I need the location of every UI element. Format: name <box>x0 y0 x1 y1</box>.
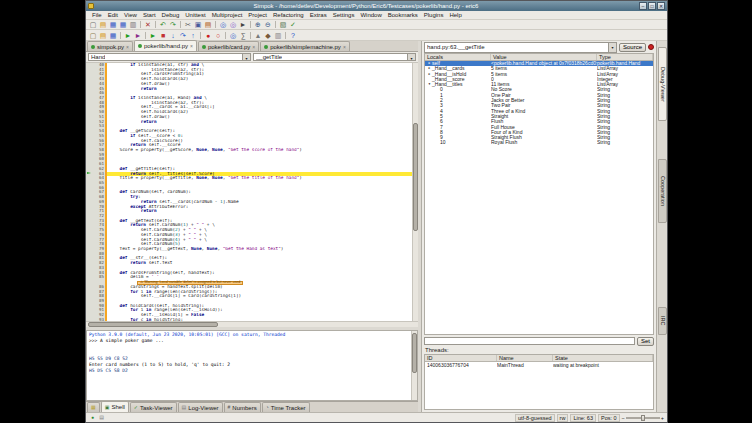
close-button[interactable]: ✕ <box>657 2 665 10</box>
code-area[interactable]: 40 if isinstance(a1, str) and \41 isinst… <box>86 63 412 321</box>
menu-edit[interactable]: Edit <box>105 12 121 18</box>
profile-icon[interactable]: ◆ <box>264 31 273 40</box>
side-tab-debug-viewer[interactable]: Debug-Viewer <box>658 47 667 121</box>
bottom-tab-task-viewer[interactable]: ✓Task-Viewer <box>130 402 177 412</box>
menu-file[interactable]: File <box>89 12 105 18</box>
shell-panel[interactable]: Python 3.9.0 (default, Jun 23 2020, 10:0… <box>86 330 418 401</box>
scrollbar-thumb[interactable] <box>413 123 418 231</box>
goto-icon[interactable]: ► <box>239 20 248 29</box>
menu-help[interactable]: Help <box>446 12 464 18</box>
zoom-in-icon[interactable]: + <box>661 415 664 421</box>
close-tab-icon[interactable]: × <box>126 44 129 50</box>
menu-window[interactable]: Window <box>357 12 384 18</box>
menu-plugins[interactable]: Plugins <box>421 12 447 18</box>
zoom-slider[interactable] <box>626 417 660 419</box>
new-project-icon[interactable]: ▢ <box>89 31 98 40</box>
clear-breakpoints-icon[interactable]: ○ <box>214 31 223 40</box>
breakpoint-icon[interactable]: ● <box>204 31 213 40</box>
zoom-slider-handle[interactable] <box>641 415 645 421</box>
column-header-locals[interactable]: Locals <box>425 54 491 60</box>
stop-icon[interactable]: ■ <box>159 31 168 40</box>
save-project-icon[interactable]: ▦ <box>109 31 118 40</box>
close-tab-icon[interactable]: × <box>343 44 346 50</box>
set-button[interactable]: Set <box>637 337 654 346</box>
step-icon[interactable]: ↓ <box>169 31 178 40</box>
scrollbar-thumb[interactable] <box>88 322 218 327</box>
scrollbar-thumb[interactable] <box>412 333 417 373</box>
column-header-id[interactable]: ID <box>425 355 497 361</box>
zoom-out-icon[interactable]: ⊖ <box>264 20 273 29</box>
replace-icon[interactable]: ◎ <box>229 20 238 29</box>
open-project-icon[interactable]: ▤ <box>99 31 108 40</box>
search-icon[interactable]: ◎ <box>219 20 228 29</box>
shell-vertical-scrollbar[interactable] <box>411 331 417 400</box>
minimize-button[interactable]: – <box>639 2 647 10</box>
preview-icon[interactable]: ▧ <box>279 20 288 29</box>
step-out-icon[interactable]: ↑ <box>189 31 198 40</box>
menu-bookmarks[interactable]: Bookmarks <box>385 12 421 18</box>
menu-view[interactable]: View <box>121 12 140 18</box>
zoom-out-icon[interactable]: − <box>622 415 625 421</box>
redo-icon[interactable]: ↷ <box>169 20 178 29</box>
undo-icon[interactable]: ↶ <box>159 20 168 29</box>
variables-filter-input[interactable] <box>424 337 635 345</box>
help-icon[interactable]: ? <box>289 31 298 40</box>
unittest-icon[interactable]: ▲ <box>254 31 263 40</box>
bottom-tab-time-tracker[interactable]: ◔Time Tracker <box>262 402 310 412</box>
code-editor[interactable]: 40 if isinstance(a1, str) and \41 isinst… <box>86 63 418 321</box>
editor-vertical-scrollbar[interactable] <box>412 63 418 321</box>
tab-pokerlib-card-py[interactable]: pokerlib/card.py× <box>198 41 259 51</box>
menu-project[interactable]: Project <box>245 12 270 18</box>
shell-output[interactable]: Python 3.9.0 (default, Jun 23 2020, 10:0… <box>87 331 411 400</box>
column-header-value[interactable]: Value <box>491 54 597 60</box>
menu-start[interactable]: Start <box>140 12 159 18</box>
menu-extras[interactable]: Extras <box>307 12 330 18</box>
close-file-icon[interactable]: ✕ <box>144 20 153 29</box>
method-combo[interactable]: __getTitle ▾ <box>253 53 416 61</box>
source-button[interactable]: Source <box>619 43 646 52</box>
save-all-icon[interactable]: ▦ <box>119 20 128 29</box>
tab-simpok-py[interactable]: simpok.py× <box>87 41 133 51</box>
debug-script-icon[interactable]: ► <box>134 31 143 40</box>
close-tab-icon[interactable]: × <box>190 43 193 49</box>
menu-refactoring[interactable]: Refactoring <box>270 12 307 18</box>
menu-settings[interactable]: Settings <box>330 12 358 18</box>
column-header-name[interactable]: Name <box>497 355 553 361</box>
side-tab-irc[interactable]: IRC <box>658 307 667 335</box>
run-script-icon[interactable]: ► <box>124 31 133 40</box>
copy-icon[interactable]: ▣ <box>194 20 203 29</box>
menu-multiproject[interactable]: Multiproject <box>209 12 246 18</box>
close-tab-icon[interactable]: × <box>252 44 255 50</box>
zoom-in-icon[interactable]: ⊕ <box>254 20 263 29</box>
metrics-icon[interactable]: ▥ <box>274 31 283 40</box>
titlebar[interactable]: Simpok - /home/detlev/Development/Python… <box>86 1 667 11</box>
open-file-icon[interactable]: ▤ <box>99 20 108 29</box>
menu-debug[interactable]: Debug <box>159 12 183 18</box>
column-header-type[interactable]: Type <box>597 54 653 60</box>
maximize-button[interactable]: □ <box>648 2 656 10</box>
find-in-files-icon[interactable]: ◎ <box>229 31 238 40</box>
bottom-tab-icon-only[interactable]: ▦ <box>87 402 100 412</box>
column-header-state[interactable]: State <box>553 355 653 361</box>
continue-icon[interactable]: ► <box>149 31 158 40</box>
step-over-icon[interactable]: ↷ <box>179 31 188 40</box>
cut-icon[interactable]: ✂ <box>184 20 193 29</box>
bottom-tab-numbers[interactable]: #Numbers <box>224 402 261 412</box>
spelling-icon[interactable]: ✓ <box>289 20 298 29</box>
save-icon[interactable]: ▦ <box>109 20 118 29</box>
side-tab-cooperation[interactable]: Cooperation <box>658 159 667 223</box>
variable-row[interactable]: 10Royal FlushString <box>425 140 653 145</box>
bottom-tab-shell[interactable]: ▣Shell <box>101 401 129 412</box>
menu-unittest[interactable]: Unittest <box>182 12 208 18</box>
bottom-tab-log-viewer[interactable]: ▤Log-Viewer <box>178 402 223 412</box>
symbols-icon[interactable]: ∑ <box>239 31 248 40</box>
zoom-widget[interactable]: − + <box>622 415 664 421</box>
class-combo[interactable]: Hand ▾ <box>88 53 251 61</box>
editor-horizontal-scrollbar[interactable] <box>86 321 418 327</box>
callstack-combo[interactable]: hand.py:63.__getTitle ▾ <box>424 42 617 53</box>
print-icon[interactable]: ▥ <box>129 20 138 29</box>
thread-row[interactable]: 140063036776704MainThreadwaiting at brea… <box>425 362 653 368</box>
tab-pokerlib-simplemachine-py[interactable]: pokerlib/simplemachine.py× <box>260 41 350 51</box>
new-file-icon[interactable]: ▢ <box>89 20 98 29</box>
tab-pokerlib-hand-py[interactable]: pokerlib/hand.py× <box>134 40 197 51</box>
